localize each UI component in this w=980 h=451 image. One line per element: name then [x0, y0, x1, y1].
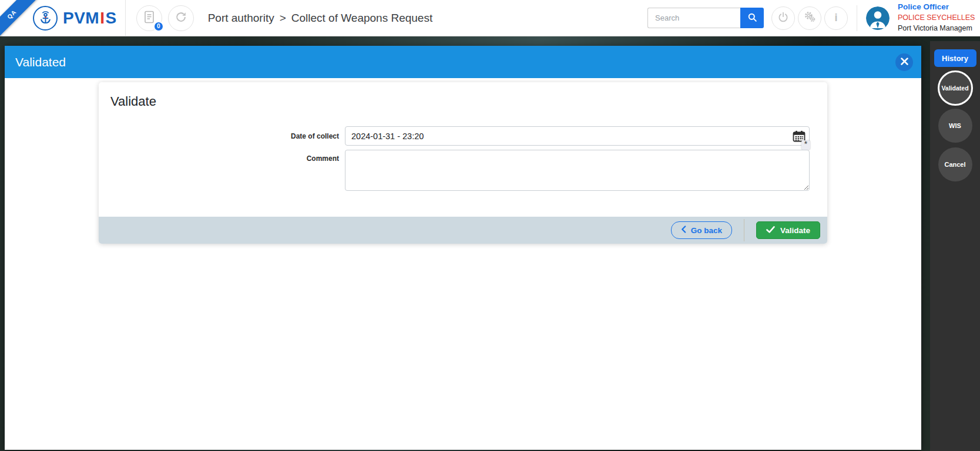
refresh-icon	[174, 11, 187, 25]
logout-button[interactable]	[771, 6, 795, 30]
step-validated[interactable]: Validated	[938, 70, 973, 106]
breadcrumb-page: Collect of Weapons Request	[291, 12, 432, 24]
wordmark: PVMIS	[63, 9, 117, 28]
user-entity: Port Victoria Managem	[898, 24, 980, 33]
step-validated-label: Validated	[941, 85, 968, 92]
qa-ribbon: QA	[0, 0, 42, 42]
documents-count-badge: 0	[153, 21, 164, 32]
qa-ribbon-label: QA	[6, 9, 18, 21]
required-asterisk-badge: *	[801, 140, 810, 150]
date-of-collect-row: Date of collect	[99, 126, 827, 146]
header-icon-group: i	[771, 6, 848, 30]
document-icon	[143, 10, 155, 26]
header-divider	[125, 0, 126, 36]
app-logo[interactable]: PVMIS	[33, 6, 117, 31]
step-cancel[interactable]: Cancel	[938, 147, 972, 181]
info-icon: i	[834, 12, 837, 24]
search-box	[647, 8, 764, 28]
history-sidebar: History Validated WIS Cancel	[930, 41, 980, 451]
breadcrumb-module[interactable]: Port authority	[208, 12, 274, 24]
header-divider	[857, 5, 857, 31]
card-footer: Go back Validate	[99, 217, 827, 244]
settings-button[interactable]	[798, 6, 821, 30]
comment-field	[345, 150, 810, 193]
info-button[interactable]: i	[824, 6, 848, 30]
validate-card: Validate Date of collect	[99, 82, 827, 244]
dialog-banner: Validated	[5, 46, 921, 78]
wordmark-pvm: PVM	[63, 9, 99, 27]
step-wis-label: WIS	[949, 122, 961, 129]
breadcrumb: Port authority>Collect of Weapons Reques…	[208, 12, 433, 25]
search-button[interactable]	[740, 8, 764, 28]
step-wis[interactable]: WIS	[938, 109, 972, 143]
top-header: QA PVMIS	[0, 0, 980, 36]
documents-button[interactable]: 0	[136, 5, 162, 31]
gear-icon	[803, 11, 816, 25]
refresh-button[interactable]	[168, 5, 194, 31]
user-info: Police Officer POLICE SEYCHELLES Port Vi…	[898, 2, 980, 33]
breadcrumb-separator: >	[280, 12, 286, 24]
user-icon	[866, 22, 890, 30]
step-cancel-label: Cancel	[944, 161, 965, 168]
search-input[interactable]	[647, 8, 740, 28]
chevron-left-icon	[681, 226, 686, 235]
power-icon	[777, 11, 789, 25]
date-of-collect-input[interactable]	[345, 126, 810, 146]
comment-textarea[interactable]	[345, 150, 810, 191]
check-icon	[766, 226, 775, 235]
date-of-collect-field: *	[345, 126, 810, 146]
validate-form: Date of collect	[99, 126, 827, 193]
validated-dialog: Validated Validate Date of collect	[5, 46, 921, 450]
comment-row: Comment	[99, 150, 827, 193]
wordmark-i: I	[99, 9, 105, 27]
go-back-label: Go back	[691, 226, 722, 235]
qa-ribbon-band: QA	[0, 0, 40, 42]
date-of-collect-label: Date of collect	[99, 126, 339, 146]
card-title: Validate	[99, 82, 827, 109]
comment-label: Comment	[99, 150, 339, 193]
close-button[interactable]	[895, 53, 913, 71]
search-icon	[747, 12, 758, 25]
avatar[interactable]	[866, 6, 890, 30]
validate-button[interactable]: Validate	[756, 221, 820, 239]
user-organization: POLICE SEYCHELLES	[898, 14, 980, 23]
close-icon	[901, 58, 908, 67]
validate-label: Validate	[780, 226, 810, 235]
history-button[interactable]: History	[934, 49, 976, 67]
dialog-title: Validated	[15, 55, 66, 69]
footer-divider	[744, 219, 744, 241]
go-back-button[interactable]: Go back	[671, 221, 732, 239]
user-role: Police Officer	[898, 2, 980, 12]
wordmark-s: S	[105, 9, 116, 27]
